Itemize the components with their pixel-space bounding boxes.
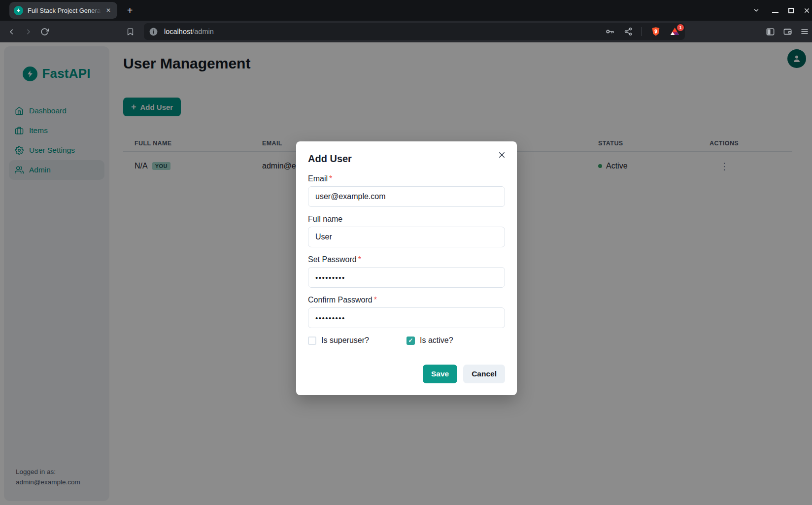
full-name-label: Full name [308,215,505,224]
modal-actions: Save Cancel [308,365,505,383]
url-text: localhost/admin [164,28,605,35]
required-asterisk: * [329,174,332,183]
url-host: localhost [164,28,192,35]
modal-title: Add User [308,153,505,165]
is-superuser-label: Is superuser? [321,336,369,345]
confirm-password-label-text: Confirm Password [308,296,372,304]
brave-rewards-icon[interactable]: 1 [670,27,680,36]
password-field-group: Set Password* [308,255,505,288]
email-label: Email* [308,174,505,183]
menu-hamburger-icon[interactable] [798,21,812,42]
password-key-icon[interactable] [605,27,615,36]
browser-toolbar: localhost/admin 1 [0,21,812,42]
email-field-group: Email* [308,174,505,207]
site-info-icon[interactable] [149,27,158,36]
required-asterisk: * [374,296,377,304]
modal-close-button[interactable] [494,147,509,162]
url-path: /admin [192,28,214,35]
email-input[interactable] [308,186,505,207]
url-bar[interactable]: localhost/admin 1 [144,23,685,40]
browser-tab-bar: Full Stack Project Genera ✕ + [0,0,812,21]
confirm-password-label: Confirm Password* [308,296,505,304]
toolbar-divider [642,27,642,36]
checkbox-row: Is superuser? ✓ Is active? [308,336,505,345]
save-button[interactable]: Save [423,365,457,383]
share-icon[interactable] [624,27,633,36]
back-button-icon[interactable] [5,21,18,42]
window-maximize-button[interactable] [784,0,797,21]
window-minimize-button[interactable] [769,0,781,21]
full-name-input[interactable] [308,227,505,247]
confirm-password-field-group: Confirm Password* [308,296,505,328]
checkbox-checked-icon[interactable]: ✓ [406,337,415,345]
is-active-checkbox[interactable]: ✓ Is active? [406,336,505,345]
email-label-text: Email [308,174,328,183]
forward-button-icon[interactable] [22,21,34,42]
close-icon [498,151,506,159]
cancel-button[interactable]: Cancel [463,365,505,383]
tab-close-icon[interactable]: ✕ [103,5,113,15]
password-input[interactable] [308,267,505,288]
bookmark-icon[interactable] [123,21,137,42]
brave-shield-icon[interactable] [651,26,661,37]
fastapi-favicon-icon [14,6,23,15]
tab-title: Full Stack Project Genera [28,7,102,14]
wallet-icon[interactable] [780,21,794,42]
is-superuser-checkbox[interactable]: Is superuser? [308,336,406,345]
full-name-field-group: Full name [308,215,505,247]
is-active-label: Is active? [420,336,453,345]
tab-search-chevron-icon[interactable] [750,0,763,21]
new-tab-button[interactable]: + [123,4,136,17]
password-label-text: Set Password [308,255,357,264]
add-user-modal: Add User Email* Full name Set Password* … [296,141,517,395]
sidebar-toggle-icon[interactable] [763,21,777,42]
password-label: Set Password* [308,255,505,264]
required-asterisk: * [358,255,361,264]
reload-button-icon[interactable] [37,21,51,42]
confirm-password-input[interactable] [308,307,505,328]
checkbox-unchecked-icon[interactable] [308,337,316,345]
window-close-button[interactable] [800,0,812,21]
browser-tab[interactable]: Full Stack Project Genera ✕ [9,2,117,19]
rewards-notification-badge: 1 [677,24,684,31]
